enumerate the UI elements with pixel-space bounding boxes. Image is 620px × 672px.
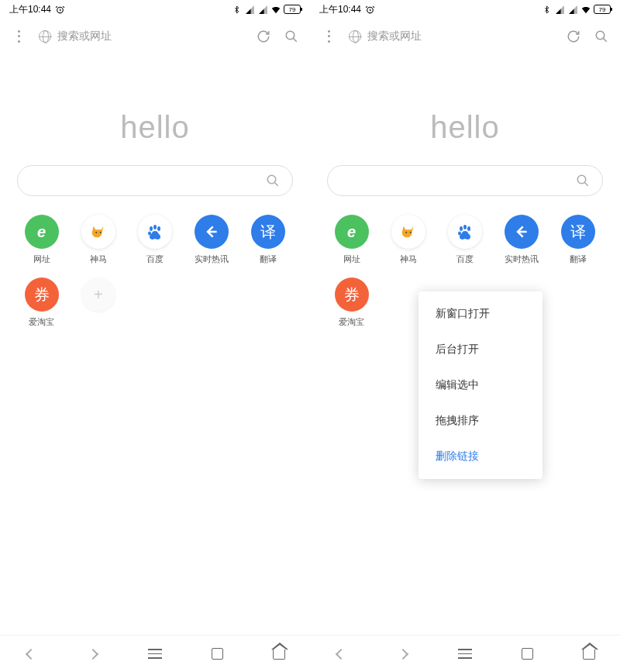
home-icon — [583, 649, 595, 660]
shortcut-label: 爱淘宝 — [339, 316, 364, 328]
menu-button[interactable] — [316, 24, 341, 49]
shortcut-shenma[interactable]: 神马 — [74, 215, 122, 265]
nav-tabs-button[interactable] — [512, 639, 542, 670]
search-button[interactable] — [589, 24, 614, 49]
shortcut-label: 百度 — [456, 253, 474, 265]
svg-point-11 — [577, 175, 586, 184]
browser-toolbar: 搜索或网址 — [0, 19, 310, 54]
signal-icon — [554, 4, 565, 15]
shortcut-baidu[interactable]: 百度 — [440, 215, 489, 265]
logo-text: hello — [327, 110, 603, 145]
shortcut-wangzhi[interactable]: e 网址 — [327, 215, 376, 265]
search-button[interactable] — [279, 24, 304, 49]
address-bar[interactable]: 搜索或网址 — [34, 29, 248, 43]
shortcut-fanyi[interactable]: 译 翻译 — [244, 215, 293, 265]
shortcut-label: 神马 — [90, 253, 107, 265]
home-content: hello e 网址 神马 百度 — [0, 54, 310, 635]
shortcut-fanyi[interactable]: 译 翻译 — [554, 215, 603, 265]
wifi-icon — [580, 4, 591, 15]
nav-menu-button[interactable] — [450, 639, 480, 670]
shortcut-rexun[interactable]: 实时热讯 — [498, 215, 546, 265]
shortcut-aitaobao[interactable]: 券 爱淘宝 — [327, 277, 376, 328]
svg-point-13 — [410, 232, 412, 233]
svg-point-3 — [95, 232, 97, 233]
svg-point-12 — [405, 232, 407, 233]
nav-back-button[interactable] — [326, 639, 356, 670]
svg-point-15 — [463, 225, 467, 229]
e-letter-icon: e — [25, 215, 59, 249]
search-icon — [284, 29, 298, 43]
coupon-icon: 券 — [335, 277, 369, 312]
menu-delete-link[interactable]: 删除链接 — [418, 439, 542, 474]
arrow-icon — [505, 215, 539, 249]
search-icon — [266, 174, 280, 188]
search-icon — [594, 29, 608, 43]
nav-back-button[interactable] — [16, 639, 46, 670]
shortcut-shenma[interactable]: 神马 — [384, 215, 432, 265]
menu-background-open[interactable]: 后台打开 — [418, 332, 542, 367]
nav-forward-button[interactable] — [78, 639, 108, 670]
logo-text: hello — [17, 110, 293, 145]
address-bar[interactable]: 搜索或网址 — [344, 29, 558, 43]
nav-home-button[interactable] — [264, 639, 294, 670]
svg-point-6 — [153, 225, 157, 229]
dots-vertical-icon — [323, 29, 334, 44]
reload-button[interactable] — [561, 24, 586, 49]
shortcut-label: 翻译 — [260, 253, 277, 265]
square-icon — [212, 648, 223, 660]
shortcut-wangzhi[interactable]: e 网址 — [17, 215, 66, 265]
address-placeholder: 搜索或网址 — [367, 29, 422, 43]
shortcut-label: 网址 — [33, 253, 50, 265]
menu-new-window[interactable]: 新窗口打开 — [418, 296, 542, 332]
svg-point-14 — [460, 226, 463, 231]
nav-menu-button[interactable] — [140, 639, 170, 670]
home-icon — [273, 649, 285, 660]
shortcut-add[interactable]: + — [74, 277, 122, 328]
fox-icon — [81, 215, 115, 249]
paw-icon — [448, 215, 482, 249]
bottom-nav — [310, 635, 620, 672]
shortcut-label: 翻译 — [570, 253, 587, 265]
coupon-icon: 券 — [25, 277, 59, 312]
home-content: hello e 网址 神马 百度 — [310, 54, 620, 635]
nav-tabs-button[interactable] — [202, 639, 232, 670]
menu-edit-selected[interactable]: 编辑选中 — [418, 367, 542, 403]
plus-icon: + — [81, 277, 115, 312]
bluetooth-icon — [231, 4, 242, 15]
translate-icon: 译 — [561, 215, 595, 249]
nav-forward-button[interactable] — [388, 639, 418, 670]
svg-point-5 — [150, 226, 153, 231]
translate-icon: 译 — [251, 215, 285, 249]
globe-icon — [39, 30, 51, 43]
phone-left: 上午10:44 79 — [0, 0, 310, 672]
chevron-left-icon — [336, 648, 346, 659]
nav-home-button[interactable] — [574, 639, 604, 670]
battery-icon: 79 — [284, 5, 301, 14]
alarm-icon — [54, 4, 65, 15]
status-time: 上午10:44 — [319, 3, 361, 16]
battery-icon: 79 — [594, 5, 611, 14]
hamburger-icon — [458, 649, 472, 659]
svg-point-7 — [157, 226, 160, 231]
search-input[interactable] — [17, 165, 293, 196]
shortcut-baidu[interactable]: 百度 — [130, 215, 179, 265]
status-bar: 上午10:44 79 — [310, 0, 620, 19]
context-menu: 新窗口打开 后台打开 编辑选中 拖拽排序 删除链接 — [418, 291, 542, 479]
reload-button[interactable] — [251, 24, 276, 49]
hamburger-icon — [148, 649, 162, 659]
search-input[interactable] — [327, 165, 603, 196]
svg-point-16 — [467, 226, 470, 231]
shortcut-aitaobao[interactable]: 券 爱淘宝 — [17, 277, 66, 328]
e-letter-icon: e — [335, 215, 369, 249]
shortcut-rexun[interactable]: 实时热讯 — [188, 215, 236, 265]
svg-point-1 — [286, 31, 294, 40]
menu-button[interactable] — [6, 24, 31, 49]
shortcut-label: 网址 — [343, 253, 360, 265]
paw-icon — [138, 215, 172, 249]
signal-icon — [257, 4, 268, 15]
shortcut-label: 爱淘宝 — [29, 316, 54, 328]
signal-icon — [567, 4, 578, 15]
svg-point-2 — [267, 175, 276, 184]
phone-right: 上午10:44 79 — [310, 0, 620, 672]
menu-drag-sort[interactable]: 拖拽排序 — [418, 403, 542, 439]
